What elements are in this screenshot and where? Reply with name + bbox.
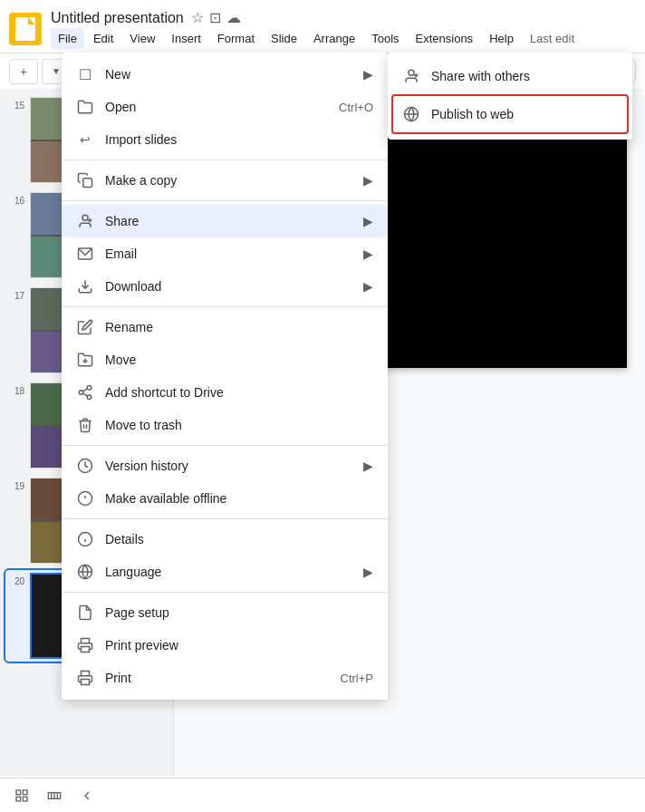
menu-item-rename[interactable]: Rename <box>62 311 388 343</box>
new-icon: ☐ <box>76 65 94 83</box>
svg-point-6 <box>82 215 88 220</box>
slide-num-18: 18 <box>8 386 24 396</box>
menu-open-label: Open <box>105 100 328 114</box>
copy-arrow: ▶ <box>363 173 373 188</box>
menu-print-label: Print <box>105 671 330 685</box>
menu-item-new[interactable]: ☐ New ▶ <box>62 58 388 91</box>
submenu-share-others[interactable]: Share with others <box>388 58 632 94</box>
slide-num-17: 17 <box>8 291 24 301</box>
publish-web-icon <box>402 105 420 123</box>
menu-item-language[interactable]: Language ▶ <box>62 556 388 588</box>
menu-last-edit[interactable]: Last edit <box>523 28 582 49</box>
menu-item-page-setup[interactable]: Page setup <box>62 596 388 629</box>
menu-item-shortcut[interactable]: Add shortcut to Drive <box>62 376 388 409</box>
new-arrow: ▶ <box>363 67 373 82</box>
divider-1 <box>62 160 388 160</box>
submenu-publish-web-label: Publish to web <box>431 107 618 121</box>
divider-2 <box>62 200 388 201</box>
svg-rect-35 <box>16 797 21 801</box>
menu-item-email[interactable]: Email ▶ <box>62 237 388 270</box>
trash-icon <box>76 416 94 434</box>
collapse-panel-button[interactable] <box>74 783 100 808</box>
svg-point-13 <box>79 391 83 395</box>
share-submenu: Share with others Publish to web <box>388 53 632 140</box>
grid-view-button[interactable] <box>9 783 34 808</box>
menu-rename-label: Rename <box>105 320 373 334</box>
add-slide-button[interactable]: + <box>9 59 38 84</box>
menu-share-label: Share <box>105 214 352 228</box>
email-arrow: ▶ <box>363 246 373 261</box>
menu-slide[interactable]: Slide <box>264 28 304 49</box>
menu-item-move[interactable]: Move <box>62 343 388 376</box>
language-icon <box>76 563 94 581</box>
title-area: Untitled presentation ☆ ⊡ ☁ File Edit Vi… <box>51 9 636 49</box>
print-preview-icon <box>76 636 94 654</box>
language-arrow: ▶ <box>363 565 373 579</box>
menu-shortcut-label: Add shortcut to Drive <box>105 385 373 400</box>
svg-rect-33 <box>16 790 21 795</box>
filmstrip-view-button[interactable] <box>42 783 67 808</box>
menu-item-print[interactable]: Print Ctrl+P <box>62 662 388 694</box>
import-icon: ↩ <box>76 130 94 149</box>
share-icon <box>76 212 94 230</box>
menu-item-download[interactable]: Download ▶ <box>62 270 388 303</box>
slide-num-16: 16 <box>8 196 24 206</box>
menu-move-label: Move <box>105 353 373 367</box>
svg-line-15 <box>82 393 87 396</box>
file-dropdown-menu: ☐ New ▶ Open Ctrl+O ↩ Import slides Make… <box>62 53 388 700</box>
share-others-icon <box>402 67 420 85</box>
shortcut-icon <box>76 383 94 401</box>
menu-item-copy[interactable]: Make a copy ▶ <box>62 164 388 197</box>
menu-view[interactable]: View <box>122 28 162 49</box>
star-icon[interactable]: ☆ <box>191 9 204 26</box>
menu-download-label: Download <box>105 279 352 294</box>
menu-item-import[interactable]: ↩ Import slides <box>62 123 388 156</box>
menu-version-label: Version history <box>105 459 352 473</box>
print-shortcut: Ctrl+P <box>341 672 373 685</box>
menu-tools[interactable]: Tools <box>364 28 406 49</box>
submenu-publish-web[interactable]: Publish to web <box>393 96 627 132</box>
menu-item-offline[interactable]: Make available offline <box>62 482 388 515</box>
menu-item-open[interactable]: Open Ctrl+O <box>62 91 388 123</box>
divider-5 <box>62 518 388 519</box>
menu-item-version[interactable]: Version history ▶ <box>62 450 388 482</box>
open-icon <box>76 98 94 116</box>
divider-6 <box>62 592 388 593</box>
menu-language-label: Language <box>105 565 352 579</box>
slide-num-19: 19 <box>8 481 24 491</box>
menu-item-trash[interactable]: Move to trash <box>62 409 388 441</box>
svg-rect-5 <box>83 179 92 188</box>
menu-extensions[interactable]: Extensions <box>409 28 481 49</box>
cloud-icon[interactable]: ☁ <box>226 9 241 26</box>
version-icon <box>76 457 94 475</box>
menu-item-print-preview[interactable]: Print preview <box>62 629 388 662</box>
download-arrow: ▶ <box>363 279 373 294</box>
offline-icon <box>76 489 94 508</box>
svg-point-12 <box>87 386 91 391</box>
app-icon <box>9 13 42 45</box>
slide-num-20: 20 <box>8 576 24 586</box>
menu-offline-label: Make available offline <box>105 491 373 506</box>
presentation-title: Untitled presentation <box>51 10 184 26</box>
menu-file[interactable]: File <box>51 28 84 49</box>
menu-item-share[interactable]: Share ▶ <box>62 205 388 237</box>
menu-new-label: New <box>105 67 352 82</box>
svg-rect-34 <box>23 790 27 795</box>
menu-format[interactable]: Format <box>210 28 262 49</box>
share-arrow: ▶ <box>363 214 373 228</box>
menu-email-label: Email <box>105 246 352 261</box>
menu-item-details[interactable]: Details <box>62 523 388 556</box>
slide-num-15: 15 <box>8 101 24 111</box>
menu-trash-label: Move to trash <box>105 418 373 432</box>
divider-3 <box>62 306 388 307</box>
menu-arrange[interactable]: Arrange <box>306 28 362 49</box>
menu-insert[interactable]: Insert <box>164 28 208 49</box>
page-setup-icon <box>76 604 94 622</box>
download-icon <box>76 277 94 295</box>
print-icon <box>76 669 94 687</box>
menu-help[interactable]: Help <box>482 28 521 49</box>
top-bar: Untitled presentation ☆ ⊡ ☁ File Edit Vi… <box>0 0 645 53</box>
menu-edit[interactable]: Edit <box>86 28 120 49</box>
app-icon-inner <box>15 17 35 41</box>
drive-icon[interactable]: ⊡ <box>209 9 221 26</box>
